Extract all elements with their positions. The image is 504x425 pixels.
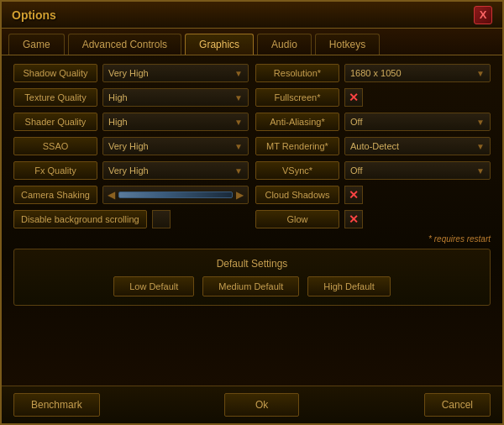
shader-quality-select[interactable]: High ▼ xyxy=(102,113,249,131)
vsync-arrow: ▼ xyxy=(476,166,485,176)
anti-aliasing-label[interactable]: Anti-Aliasing* xyxy=(255,113,339,131)
tab-game[interactable]: Game xyxy=(8,34,65,55)
camera-shaking-label[interactable]: Camera Shaking xyxy=(13,186,97,204)
glow-checkbox[interactable]: ✕ xyxy=(344,210,363,228)
left-col-2: Texture Quality High ▼ xyxy=(13,88,249,107)
fullscreen-label[interactable]: Fullscreen* xyxy=(255,88,339,107)
slider-track[interactable] xyxy=(118,192,233,198)
default-buttons-group: Low Default Medium Default High Default xyxy=(23,276,481,296)
disable-bg-scrolling-label[interactable]: Disable background scrolling xyxy=(13,210,147,228)
anti-aliasing-select[interactable]: Off ▼ xyxy=(344,113,491,131)
right-col-1: Resolution* 1680 x 1050 ▼ xyxy=(255,64,491,82)
shadow-quality-label[interactable]: Shadow Quality xyxy=(13,64,97,82)
anti-aliasing-arrow: ▼ xyxy=(476,118,485,127)
shadow-quality-select[interactable]: Very High ▼ xyxy=(102,64,249,82)
settings-row-4: SSAO Very High ▼ MT Rendering* Auto-Dete… xyxy=(13,137,491,155)
texture-quality-arrow: ▼ xyxy=(234,93,243,102)
camera-shaking-slider[interactable]: ◀ ▶ xyxy=(102,186,249,204)
fx-quality-select[interactable]: Very High ▼ xyxy=(102,161,249,180)
slider-left-arrow[interactable]: ◀ xyxy=(108,189,115,201)
left-col-1: Shadow Quality Very High ▼ xyxy=(13,64,249,82)
tab-graphics[interactable]: Graphics xyxy=(185,34,254,55)
glow-check-icon: ✕ xyxy=(349,212,359,226)
texture-quality-select[interactable]: High ▼ xyxy=(102,88,249,107)
settings-row-1: Shadow Quality Very High ▼ Resolution* 1… xyxy=(13,64,491,82)
ssao-select[interactable]: Very High ▼ xyxy=(102,137,249,155)
high-default-button[interactable]: High Default xyxy=(307,276,391,296)
settings-row-3: Shader Quality High ▼ Anti-Aliasing* Off… xyxy=(13,113,491,131)
ssao-label[interactable]: SSAO xyxy=(13,137,97,155)
mt-rendering-label[interactable]: MT Rendering* xyxy=(255,137,339,155)
left-col-5: Fx Quality Very High ▼ xyxy=(13,161,249,180)
slider-right-arrow[interactable]: ▶ xyxy=(236,189,244,201)
cloud-shadows-checkbox[interactable]: ✕ xyxy=(344,186,363,204)
disable-bg-scrolling-checkbox[interactable] xyxy=(152,210,171,228)
medium-default-button[interactable]: Medium Default xyxy=(202,276,299,296)
requires-restart-note: * requires restart xyxy=(13,234,491,244)
mt-rendering-arrow: ▼ xyxy=(476,142,485,151)
resolution-label[interactable]: Resolution* xyxy=(255,64,339,82)
settings-row-2: Texture Quality High ▼ Fullscreen* ✕ xyxy=(13,88,491,107)
resolution-arrow: ▼ xyxy=(476,69,485,78)
right-col-5: VSync* Off ▼ xyxy=(255,161,491,180)
fx-quality-arrow: ▼ xyxy=(234,166,243,176)
settings-row-5: Fx Quality Very High ▼ VSync* Off ▼ xyxy=(13,161,491,180)
default-settings-title: Default Settings xyxy=(23,258,481,270)
settings-row-7: Disable background scrolling Glow ✕ xyxy=(13,210,491,228)
left-col-6: Camera Shaking ◀ ▶ xyxy=(13,186,249,204)
left-col-7: Disable background scrolling xyxy=(13,210,249,228)
tab-hotkeys[interactable]: Hotkeys xyxy=(315,34,380,55)
right-col-2: Fullscreen* ✕ xyxy=(255,88,491,107)
tab-audio[interactable]: Audio xyxy=(257,34,312,55)
tab-bar: Game Advanced Controls Graphics Audio Ho… xyxy=(2,29,502,55)
right-col-6: Cloud Shadows ✕ xyxy=(255,186,491,204)
left-col-4: SSAO Very High ▼ xyxy=(13,137,249,155)
close-button[interactable]: X xyxy=(474,6,492,24)
benchmark-button[interactable]: Benchmark xyxy=(13,393,100,417)
fullscreen-check-icon: ✕ xyxy=(349,91,359,104)
default-settings-section: Default Settings Low Default Medium Defa… xyxy=(13,249,491,306)
low-default-button[interactable]: Low Default xyxy=(113,276,194,296)
right-col-4: MT Rendering* Auto-Detect ▼ xyxy=(255,137,491,155)
resolution-select[interactable]: 1680 x 1050 ▼ xyxy=(344,64,491,82)
shader-quality-arrow: ▼ xyxy=(234,118,243,127)
title-bar: Options X xyxy=(2,2,502,29)
vsync-select[interactable]: Off ▼ xyxy=(344,161,491,180)
shader-quality-label[interactable]: Shader Quality xyxy=(13,113,97,131)
ssao-arrow: ▼ xyxy=(234,142,243,151)
settings-row-6: Camera Shaking ◀ ▶ Cloud Shadows ✕ xyxy=(13,186,491,204)
options-window: Options X Game Advanced Controls Graphic… xyxy=(0,0,504,425)
right-col-3: Anti-Aliasing* Off ▼ xyxy=(255,113,491,131)
cloud-shadows-label[interactable]: Cloud Shadows xyxy=(255,186,339,204)
ok-button[interactable]: Ok xyxy=(224,393,299,417)
mt-rendering-select[interactable]: Auto-Detect ▼ xyxy=(344,137,491,155)
texture-quality-label[interactable]: Texture Quality xyxy=(13,88,97,107)
cancel-button[interactable]: Cancel xyxy=(424,393,491,417)
content-area: Shadow Quality Very High ▼ Resolution* 1… xyxy=(2,55,502,386)
bottom-bar: Benchmark Ok Cancel xyxy=(2,386,502,423)
right-col-7: Glow ✕ xyxy=(255,210,491,228)
glow-label[interactable]: Glow xyxy=(255,210,339,228)
left-col-3: Shader Quality High ▼ xyxy=(13,113,249,131)
window-title: Options xyxy=(12,8,56,22)
vsync-label[interactable]: VSync* xyxy=(255,161,339,180)
shadow-quality-arrow: ▼ xyxy=(234,69,243,78)
fx-quality-label[interactable]: Fx Quality xyxy=(13,161,97,180)
fullscreen-checkbox[interactable]: ✕ xyxy=(344,88,363,107)
tab-advanced-controls[interactable]: Advanced Controls xyxy=(68,34,181,55)
cloud-shadows-check-icon: ✕ xyxy=(349,188,359,202)
